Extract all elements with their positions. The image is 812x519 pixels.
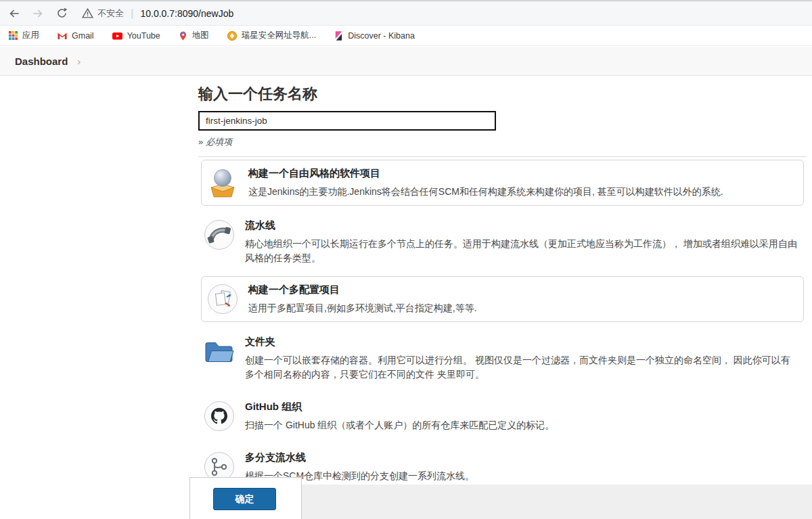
maps-pin-icon — [178, 30, 188, 41]
job-type-description: 精心地组织一个可以长期运行在多个节点上的任务。适用于构建流水线（更加正式地应当称… — [245, 237, 802, 265]
youtube-icon — [112, 30, 123, 41]
job-type-title: GitHub 组织 — [245, 401, 558, 413]
required-marker: » — [198, 137, 203, 147]
job-type-folder[interactable]: 文件夹 创建一个可以嵌套存储的容器。利用它可以进行分组。 视图仅仅是一个过滤器，… — [198, 325, 807, 390]
bookmark-kibana[interactable]: Discover - Kibana — [334, 30, 415, 41]
job-type-description: 创建一个可以嵌套存储的容器。利用它可以进行分组。 视图仅仅是一个过滤器，而文件夹… — [245, 353, 802, 382]
refresh-button[interactable] — [52, 4, 71, 23]
required-text: 必填项 — [206, 137, 232, 147]
bookmark-gmail[interactable]: Gmail — [57, 30, 94, 41]
job-type-text: 构建一个多配置项目 适用于多配置项目,例如多环境测试,平台指定构建,等等. — [248, 283, 481, 315]
pipeline-icon — [203, 219, 235, 251]
ok-button-panel: 确定 — [189, 477, 302, 519]
bookmark-label: 瑞星安全网址导航... — [242, 30, 316, 41]
job-type-title: 多分支流水线 — [245, 451, 478, 464]
back-arrow-icon — [7, 7, 21, 20]
required-field-note: »必填项 — [198, 136, 807, 148]
bookmark-label: Gmail — [72, 31, 94, 41]
kibana-icon — [334, 30, 344, 41]
address-separator: | — [131, 7, 133, 20]
bookmark-apps[interactable]: 应用 — [8, 30, 39, 41]
job-type-text: 流水线 精心地组织一个可以长期运行在多个节点上的任务。适用于构建流水线（更加正式… — [245, 219, 802, 265]
job-type-description: 这是Jenkins的主要功能.Jenkins将会结合任何SCM和任何构建系统来构… — [248, 185, 727, 199]
bottom-bar: 确定 — [0, 477, 812, 519]
bookmark-rising-nav[interactable]: 瑞星安全网址导航... — [227, 30, 316, 41]
job-type-pipeline[interactable]: 流水线 精心地组织一个可以长期运行在多个节点上的任务。适用于构建流水线（更加正式… — [198, 208, 807, 273]
job-type-title: 构建一个多配置项目 — [248, 284, 481, 296]
job-type-list: 构建一个自由风格的软件项目 这是Jenkins的主要功能.Jenkins将会结合… — [198, 156, 807, 491]
multi-configuration-icon — [206, 283, 239, 315]
forward-arrow-icon — [31, 7, 45, 20]
refresh-icon — [55, 7, 68, 20]
not-secure-warning-icon[interactable] — [82, 7, 93, 19]
breadcrumb-chevron-icon[interactable]: › — [77, 55, 81, 67]
bookmarks-bar: 应用 Gmail YouTube 地图 — [0, 26, 812, 46]
folder-icon — [203, 335, 235, 367]
freestyle-project-icon — [206, 166, 239, 199]
job-type-text: 构建一个自由风格的软件项目 这是Jenkins的主要功能.Jenkins将会结合… — [248, 166, 727, 199]
bookmark-label: 地图 — [192, 30, 209, 41]
job-type-description: 适用于多配置项目,例如多环境测试,平台指定构建,等等. — [248, 301, 481, 315]
footer-gray-area — [302, 484, 812, 519]
job-type-text: 文件夹 创建一个可以嵌套存储的容器。利用它可以进行分组。 视图仅仅是一个过滤器，… — [245, 335, 802, 382]
page-title: 输入一个任务名称 — [198, 84, 807, 104]
bookmark-youtube[interactable]: YouTube — [112, 30, 160, 41]
job-type-title: 流水线 — [245, 219, 802, 232]
url-text: 10.0.0.7:8090/newJob — [140, 8, 233, 19]
bookmark-maps[interactable]: 地图 — [178, 30, 209, 41]
forward-button[interactable] — [28, 4, 47, 23]
breadcrumb-item-dashboard[interactable]: Dashboard — [15, 55, 68, 67]
back-button[interactable] — [5, 4, 24, 23]
job-type-multi-configuration[interactable]: 构建一个多配置项目 适用于多配置项目,例如多环境测试,平台指定构建,等等. — [201, 276, 804, 322]
gmail-icon — [57, 30, 68, 41]
bookmark-label: YouTube — [127, 31, 160, 41]
job-type-title: 文件夹 — [245, 336, 802, 348]
github-organization-icon — [203, 400, 235, 432]
job-type-text: GitHub 组织 扫描一个 GitHub 组织（或者个人账户）的所有仓库来匹配… — [245, 400, 558, 432]
new-job-page: 输入一个任务名称 »必填项 — [189, 76, 812, 519]
address-bar[interactable]: 不安全 | 10.0.0.7:8090/newJob — [82, 7, 233, 20]
breadcrumb: Dashboard › — [0, 47, 812, 76]
job-type-description: 扫描一个 GitHub 组织（或者个人账户）的所有仓库来匹配已定义的标记。 — [245, 418, 558, 432]
security-label: 不安全 — [97, 7, 124, 20]
ok-button[interactable]: 确定 — [213, 488, 276, 510]
rising-icon — [227, 30, 238, 41]
apps-grid-icon — [8, 30, 18, 41]
job-type-freestyle-project[interactable]: 构建一个自由风格的软件项目 这是Jenkins的主要功能.Jenkins将会结合… — [201, 160, 804, 206]
job-type-github-organization[interactable]: GitHub 组织 扫描一个 GitHub 组织（或者个人账户）的所有仓库来匹配… — [198, 390, 807, 441]
bookmark-label: 应用 — [22, 30, 39, 41]
job-type-title: 构建一个自由风格的软件项目 — [248, 167, 727, 180]
browser-toolbar: 不安全 | 10.0.0.7:8090/newJob — [0, 0, 812, 26]
browser-window: 不安全 | 10.0.0.7:8090/newJob 应用 Gmail — [0, 0, 812, 519]
job-name-input[interactable] — [198, 111, 496, 131]
bookmark-label: Discover - Kibana — [348, 31, 415, 41]
